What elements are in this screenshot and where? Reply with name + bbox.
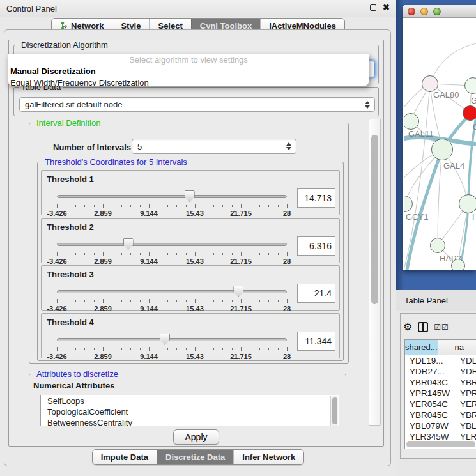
table-row[interactable]: YDR27...YDR2 <box>405 366 476 377</box>
table-cell: YBR0 <box>454 377 476 388</box>
float-window-icon[interactable] <box>370 4 376 11</box>
name-column-header[interactable]: na <box>438 340 476 355</box>
table-header-row: shared... na <box>405 340 476 355</box>
threshold-2-label: Threshold 2 <box>47 222 94 232</box>
threshold-2-slider[interactable]: -3.4262.8599.14415.4321.71528 <box>57 238 287 262</box>
table-row[interactable]: YBL079WYBL0 <box>405 420 476 431</box>
shared-name-column-header[interactable]: shared... <box>405 340 438 355</box>
table-cell: YDL19... <box>405 355 454 366</box>
slider-scale-labels: -3.4262.8599.14415.4321.71528 <box>57 305 287 312</box>
table-panel-title: Table Panel <box>404 296 448 305</box>
threshold-4-value-field[interactable]: 11.344 <box>297 332 335 351</box>
table-row[interactable]: YLR345WYLR3 <box>405 431 476 441</box>
panel-scrollbar[interactable] <box>369 119 381 426</box>
table-toolbar: ⚙ ☑☑ <box>403 318 475 337</box>
network-node[interactable] <box>463 105 476 121</box>
slider-scale-labels: -3.4262.8599.14415.4321.71528 <box>57 210 287 217</box>
threshold-3-label: Threshold 3 <box>47 270 94 279</box>
attribute-list-item[interactable]: BetweennessCentrality <box>41 417 339 426</box>
threshold-3-value-field[interactable]: 21.4 <box>297 284 335 303</box>
table-cell: YDR27... <box>405 366 454 377</box>
gear-icon[interactable]: ⚙ <box>403 322 412 332</box>
columns-icon[interactable] <box>418 322 428 332</box>
list-scrollbar-thumb[interactable] <box>332 397 337 424</box>
dropdown-item-equal-width-frequency[interactable]: Equal Width/Frequency Discretization <box>8 77 369 86</box>
table-row[interactable]: YDL19...YDL1 <box>405 355 476 366</box>
threshold-2-value-field[interactable]: 6.316 <box>297 236 335 256</box>
table-data-value: galFiltered.sif default node <box>25 100 122 109</box>
table-cell: YER0 <box>454 399 476 410</box>
threshold-4-panel: Threshold 4 -3.4262.8599.14415.4321.7152… <box>41 313 340 358</box>
table-row[interactable]: YER054CYER0 <box>405 399 476 410</box>
node-label: GCY1 <box>406 212 428 222</box>
control-panel-titlebar: Control Panel ✖ <box>0 0 396 17</box>
table-body: YDL19...YDL1YDR27...YDR2YBR043CYBR0YPR14… <box>405 355 476 441</box>
node-label: GAL4 <box>443 161 464 171</box>
attribute-list-item[interactable]: TopologicalCoefficient <box>41 406 339 417</box>
network-canvas[interactable]: GAL80GACGAL11GAL4GCY1HHAP2 <box>404 18 476 270</box>
thresholds-group-label: Threshold's Coordinates for 5 Intervals <box>42 157 190 167</box>
algorithm-dropdown-popup: Select algorithm to view settings Manual… <box>8 54 369 86</box>
table-cell: YBR0 <box>454 410 476 420</box>
slider-ticks <box>57 204 287 209</box>
threshold-4-slider[interactable]: -3.4262.8599.14415.4321.71528 <box>57 333 287 357</box>
threshold-1-label: Threshold 1 <box>47 174 94 184</box>
tab-discretize-data[interactable]: Discretize Data <box>157 450 233 464</box>
threshold-3-slider[interactable]: -3.4262.8599.14415.4321.71528 <box>57 285 287 309</box>
dropdown-placeholder-item[interactable]: Select algorithm to view settings <box>8 54 369 66</box>
slider-track[interactable] <box>57 290 287 293</box>
threshold-2-panel: Threshold 2 -3.4262.8599.14415.4321.7152… <box>41 218 340 263</box>
node-label: GAL80 <box>433 90 459 100</box>
slider-thumb[interactable] <box>160 334 170 345</box>
zoom-traffic-light-icon[interactable] <box>433 8 441 15</box>
dropdown-item-manual-discretization[interactable]: Manual Discretization <box>8 66 369 77</box>
tab-infer-network[interactable]: Infer Network <box>233 450 303 464</box>
node-label: GA <box>471 96 476 105</box>
table-panel: ⚙ ☑☑ shared... na YDL19...YDL1YDR27...YD… <box>400 313 476 459</box>
slider-ticks <box>57 347 287 352</box>
slider-track[interactable] <box>57 243 287 246</box>
table-row[interactable]: YBR043CYBR0 <box>405 377 476 388</box>
slider-track[interactable] <box>57 338 287 341</box>
threshold-1-slider[interactable]: -3.4262.8599.14415.4321.71528 <box>57 190 287 214</box>
network-node[interactable] <box>431 139 453 160</box>
table-data-group: Table Data galFiltered.sif default node <box>13 87 379 116</box>
slider-track[interactable] <box>57 195 287 198</box>
panel-scrollbar-thumb[interactable] <box>371 135 378 304</box>
threshold-1-value-field[interactable]: 14.713 <box>297 188 335 208</box>
network-node[interactable] <box>451 259 465 270</box>
control-panel: Control Panel ✖ Network Styl <box>0 0 396 476</box>
table-cell: YER054C <box>405 399 454 410</box>
slider-thumb[interactable] <box>185 190 195 202</box>
bottom-tab-bar: Impute Data Discretize Data Infer Networ… <box>0 449 396 465</box>
table-cell: YBL079W <box>405 420 454 431</box>
number-of-intervals-combobox[interactable]: 5 <box>132 139 296 154</box>
slider-scale-labels: -3.4262.8599.14415.4321.71528 <box>57 257 287 265</box>
number-of-intervals-value: 5 <box>137 142 142 151</box>
slider-thumb[interactable] <box>233 286 243 297</box>
minimize-traffic-light-icon[interactable] <box>420 8 428 15</box>
close-icon[interactable]: ✖ <box>383 4 390 12</box>
table-cell: YBR043C <box>405 377 454 388</box>
table-cell: YLR3 <box>454 431 476 441</box>
close-traffic-light-icon[interactable] <box>408 8 415 15</box>
slider-thumb[interactable] <box>123 238 134 250</box>
apply-button[interactable]: Apply <box>173 429 219 445</box>
table-horizontal-scrollbar[interactable] <box>406 441 475 447</box>
network-window-titlebar[interactable] <box>403 5 476 18</box>
numerical-attributes-list[interactable]: SelfLoopsTopologicalCoefficientBetweenne… <box>40 395 339 426</box>
threshold-3-panel: Threshold 3 -3.4262.8599.14415.4321.7152… <box>41 265 340 311</box>
select-columns-checkboxes-icon[interactable]: ☑☑ <box>434 323 449 332</box>
list-scrollbar[interactable] <box>330 396 338 426</box>
table-row[interactable]: YPR145WYPR1 <box>405 388 476 399</box>
network-node[interactable] <box>430 238 445 253</box>
network-node[interactable] <box>459 194 476 213</box>
node-label: GAL11 <box>408 129 434 139</box>
attribute-list-item[interactable]: SelfLoops <box>41 395 339 406</box>
table-panel-bar: Table Panel <box>396 290 476 311</box>
network-view-frame: GAL80GACGAL11GAL4GCY1HHAP2 <box>396 0 476 290</box>
table-row[interactable]: YBR045CYBR0 <box>405 410 476 420</box>
table-data-combobox[interactable]: galFiltered.sif default node <box>19 97 375 112</box>
tab-impute-data[interactable]: Impute Data <box>93 450 157 464</box>
table-cell: YPR1 <box>454 388 476 399</box>
